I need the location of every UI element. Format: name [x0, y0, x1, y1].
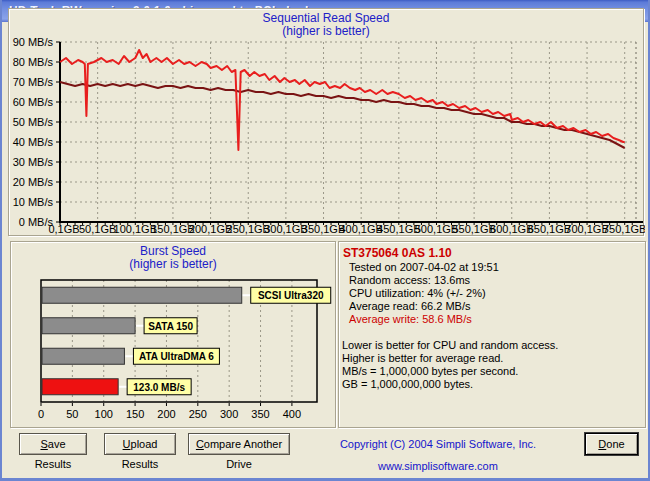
drive-stat-line: CPU utilization: 4% (+/- 2%) [339, 287, 645, 300]
x-tick-label: 750,1GB [603, 223, 645, 235]
copyright-text: Copyright (C) 2004 Simpli Software, Inc.… [302, 433, 574, 455]
drive-model-title: ST375064 0AS 1.10 [339, 242, 645, 261]
info-notes-list: Lower is better for CPU and random acces… [339, 339, 645, 391]
x-tick-label: 300 [220, 408, 238, 420]
drive-info-panel: ST375064 0AS 1.10 Tested on 2007-04-02 a… [338, 241, 646, 428]
bar-label-text: SCSI Ultra320 [258, 290, 324, 301]
burst-speed-chart: 050100150200250300350400SCSI Ultra320SAT… [11, 272, 335, 429]
drive-stats-list: Tested on 2007-04-02 at 19:51Random acce… [339, 261, 645, 326]
x-tick-label: 50 [66, 408, 78, 420]
y-tick-label: 80 MB/s [13, 56, 54, 68]
drive-stat-line: Random access: 13.6ms [339, 274, 645, 287]
write-speed-line [60, 82, 625, 148]
done-button[interactable]: Done [585, 433, 638, 455]
y-tick-label: 20 MB/s [13, 176, 54, 188]
drive-stat-line: Average read: 66.2 MB/s [339, 300, 645, 313]
y-tick-label: 50 MB/s [13, 116, 54, 128]
burst-bar-2 [42, 348, 124, 364]
y-tick-label: 10 MB/s [13, 196, 54, 208]
drive-stat-line: Average write: 58.6 MB/s [339, 313, 645, 326]
burst-bar-3 [42, 379, 118, 395]
y-tick-label: 40 MB/s [13, 136, 54, 148]
x-tick-label: 250 [189, 408, 207, 420]
info-gap [339, 326, 645, 339]
info-note-line: Lower is better for CPU and random acces… [339, 339, 645, 352]
burst-chart-subtitle: (higher is better) [11, 258, 335, 271]
app-window: HD Tach RW version 3.0.1.0 - Licensed to… [0, 0, 650, 481]
x-tick-label: 100 [95, 408, 113, 420]
x-tick-label: 150 [126, 408, 144, 420]
read-speed-line [60, 50, 625, 150]
info-note-line: Higher is better for average read. [339, 352, 645, 365]
y-tick-label: 60 MB/s [13, 96, 54, 108]
burst-bar-0 [42, 287, 242, 303]
y-tick-label: 70 MB/s [13, 76, 54, 88]
sequential-read-panel: Sequential Read Speed (higher is better)… [8, 8, 644, 236]
bar-label-text: SATA 150 [148, 321, 193, 332]
bar-label-text: 123.0 MB/s [133, 382, 185, 393]
drive-stat-line: Tested on 2007-04-02 at 19:51 [339, 261, 645, 274]
sequential-read-chart: 0 MB/s10 MB/s20 MB/s30 MB/s40 MB/s50 MB/… [9, 37, 645, 235]
compare-another-drive-button[interactable]: Compare Another Drive [188, 433, 290, 455]
footer-row: Save Results Upload Results Compare Anot… [2, 433, 648, 455]
info-note-line: GB = 1,000,000,000 bytes. [339, 378, 645, 391]
x-tick-label: 350 [251, 408, 269, 420]
y-tick-label: 30 MB/s [13, 156, 54, 168]
y-tick-label: 90 MB/s [13, 37, 54, 48]
burst-bar-1 [42, 318, 135, 334]
info-note-line: MB/s = 1,000,000 bytes per second. [339, 365, 645, 378]
bar-label-text: ATA UltraDMA 6 [139, 351, 214, 362]
x-tick-label: 50,1GB [79, 223, 116, 235]
x-tick-label: 0,1GB [48, 223, 79, 235]
save-results-button[interactable]: Save Results [19, 433, 87, 455]
x-tick-label: 0 [38, 408, 44, 420]
burst-speed-panel: Burst Speed (higher is better) 050100150… [10, 241, 336, 428]
upload-results-button[interactable]: Upload Results [104, 433, 176, 455]
x-tick-label: 200 [157, 408, 175, 420]
x-tick-label: 400 [283, 408, 301, 420]
